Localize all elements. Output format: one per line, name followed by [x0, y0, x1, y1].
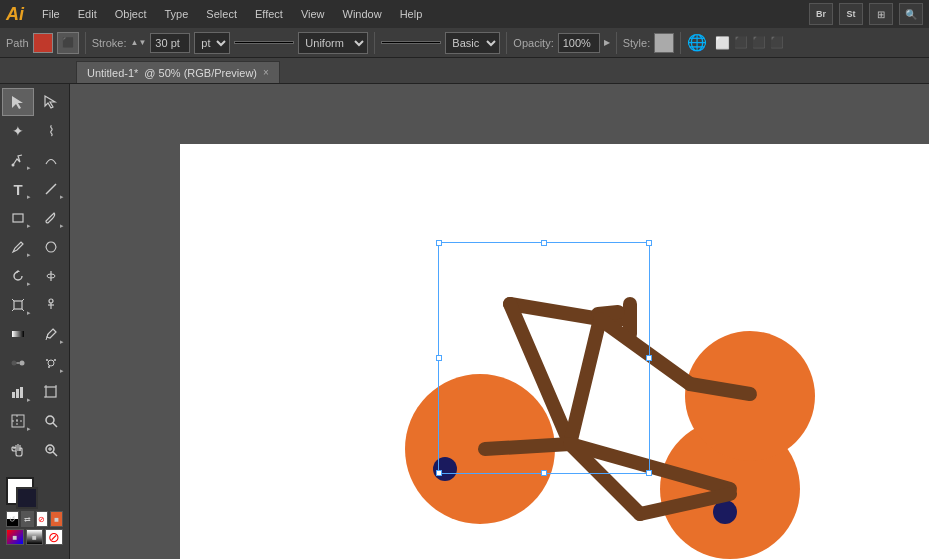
magic-wand-tool[interactable]: ✦	[2, 117, 34, 145]
direct-selection-tool[interactable]	[35, 88, 67, 116]
stroke-down-arrow[interactable]: ▲▼	[131, 38, 147, 47]
left-toolbar: ✦ ⌇ ▸ T ▸ ▸	[0, 84, 70, 559]
stroke-type-box[interactable]: ⬛	[57, 32, 79, 54]
eyedropper-tool[interactable]: ▸	[35, 320, 67, 348]
swatch-mode-row: ■ ■ ⊘	[6, 529, 63, 545]
align-right-icon[interactable]: ⬛	[770, 36, 784, 49]
svg-point-15	[12, 361, 17, 366]
shaper-tool[interactable]	[35, 233, 67, 261]
path-label: Path	[6, 37, 29, 49]
stroke-basic-select[interactable]: Basic	[445, 32, 500, 54]
document-tab[interactable]: Untitled-1* @ 50% (RGB/Preview) ×	[76, 61, 280, 83]
main-area: ✦ ⌇ ▸ T ▸ ▸	[0, 84, 929, 559]
tab-close-button[interactable]: ×	[263, 67, 269, 78]
svg-rect-13	[12, 331, 24, 337]
symbol-sprayer-tool[interactable]: ▸	[35, 349, 67, 377]
selection-tool[interactable]	[2, 88, 34, 116]
style-swatch[interactable]	[654, 33, 674, 53]
menu-file[interactable]: File	[34, 5, 68, 23]
opacity-input[interactable]	[558, 33, 600, 53]
menu-select[interactable]: Select	[198, 5, 245, 23]
blend-tool[interactable]	[2, 349, 34, 377]
svg-line-7	[22, 299, 24, 301]
svg-rect-23	[16, 389, 19, 398]
menu-view[interactable]: View	[293, 5, 333, 23]
tool-row-13	[2, 436, 67, 464]
bridge-icon[interactable]: Br	[809, 3, 833, 25]
width-tool[interactable]	[35, 262, 67, 290]
tool-row-9: ▸	[2, 320, 67, 348]
tool-row-6: ▸	[2, 233, 67, 261]
svg-line-6	[12, 299, 14, 301]
svg-rect-24	[20, 387, 23, 398]
divider-3	[506, 32, 507, 54]
stroke-swatch[interactable]	[16, 487, 38, 509]
svg-rect-25	[46, 387, 56, 397]
menu-object[interactable]: Object	[107, 5, 155, 23]
opacity-label: Opacity:	[513, 37, 553, 49]
menu-window[interactable]: Window	[335, 5, 390, 23]
style-label: Style:	[623, 37, 651, 49]
stroke-value-input[interactable]	[150, 33, 190, 53]
color-btn[interactable]: ■	[6, 529, 24, 545]
fill-color-swatch[interactable]	[33, 33, 53, 53]
artboard-tool[interactable]	[35, 378, 67, 406]
svg-point-21	[48, 366, 50, 368]
menubar: Ai File Edit Object Type Select Effect V…	[0, 0, 929, 28]
transform-icon[interactable]: ⬜	[715, 36, 730, 50]
divider-4	[616, 32, 617, 54]
color-mode-btn[interactable]: ■	[50, 511, 63, 527]
menu-type[interactable]: Type	[157, 5, 197, 23]
menu-edit[interactable]: Edit	[70, 5, 105, 23]
workspace-icon[interactable]: ⊞	[869, 3, 893, 25]
none-swatch[interactable]: ⊘	[36, 511, 49, 527]
rectangle-tool[interactable]: ▸	[2, 204, 34, 232]
hand-tool[interactable]	[2, 436, 34, 464]
align-globe-icon[interactable]: 🌐	[687, 33, 707, 52]
pencil-tool[interactable]: ▸	[2, 233, 34, 261]
tool-row-7: ▸	[2, 262, 67, 290]
app-logo: Ai	[6, 4, 24, 25]
swatch-tool-row: ↺ ⇄ ⊘ ■	[6, 511, 63, 527]
svg-rect-2	[13, 214, 23, 222]
none-btn[interactable]: ⊘	[45, 529, 63, 545]
line-segment-tool[interactable]: ▸	[35, 175, 67, 203]
stroke-uniform-select[interactable]: Uniform	[298, 32, 368, 54]
divider-2	[374, 32, 375, 54]
opacity-arrow[interactable]: ▶	[604, 38, 610, 47]
curvature-tool[interactable]	[35, 146, 67, 174]
svg-point-10	[49, 299, 53, 303]
rotate-tool[interactable]: ▸	[2, 262, 34, 290]
canvas-area[interactable]	[70, 84, 929, 559]
svg-point-0	[12, 164, 15, 167]
tab-subtitle: @ 50% (RGB/Preview)	[144, 67, 257, 79]
align-left-icon[interactable]: ⬛	[734, 36, 748, 49]
pen-tool[interactable]: ▸	[2, 146, 34, 174]
gradient-btn[interactable]: ■	[26, 529, 44, 545]
gradient-tool[interactable]	[2, 320, 34, 348]
stroke-label: Stroke:	[92, 37, 127, 49]
fill-stroke-swatches	[6, 477, 50, 507]
column-graph-tool[interactable]: ▸	[2, 378, 34, 406]
tabbar: Untitled-1* @ 50% (RGB/Preview) ×	[0, 58, 929, 84]
stock-icon[interactable]: St	[839, 3, 863, 25]
divider-1	[85, 32, 86, 54]
slice-tool[interactable]: ▸	[2, 407, 34, 435]
paintbrush-tool[interactable]: ▸	[35, 204, 67, 232]
color-swatches: ↺ ⇄ ⊘ ■ ■ ■ ⊘	[2, 473, 67, 549]
lasso-tool[interactable]: ⌇	[35, 117, 67, 145]
menu-help[interactable]: Help	[392, 5, 431, 23]
default-colors-btn[interactable]: ↺	[6, 511, 19, 527]
zoom-tool[interactable]	[35, 407, 67, 435]
zoom2-tool[interactable]	[35, 436, 67, 464]
swap-colors-btn[interactable]: ⇄	[21, 511, 34, 527]
free-transform-tool[interactable]: ▸	[2, 291, 34, 319]
tool-row-2: ✦ ⌇	[2, 117, 67, 145]
type-tool[interactable]: T ▸	[2, 175, 34, 203]
tool-row-3: ▸	[2, 146, 67, 174]
search-icon[interactable]: 🔍	[899, 3, 923, 25]
puppet-warp-tool[interactable]	[35, 291, 67, 319]
align-center-icon[interactable]: ⬛	[752, 36, 766, 49]
stroke-unit-select[interactable]: pt	[194, 32, 230, 54]
menu-effect[interactable]: Effect	[247, 5, 291, 23]
